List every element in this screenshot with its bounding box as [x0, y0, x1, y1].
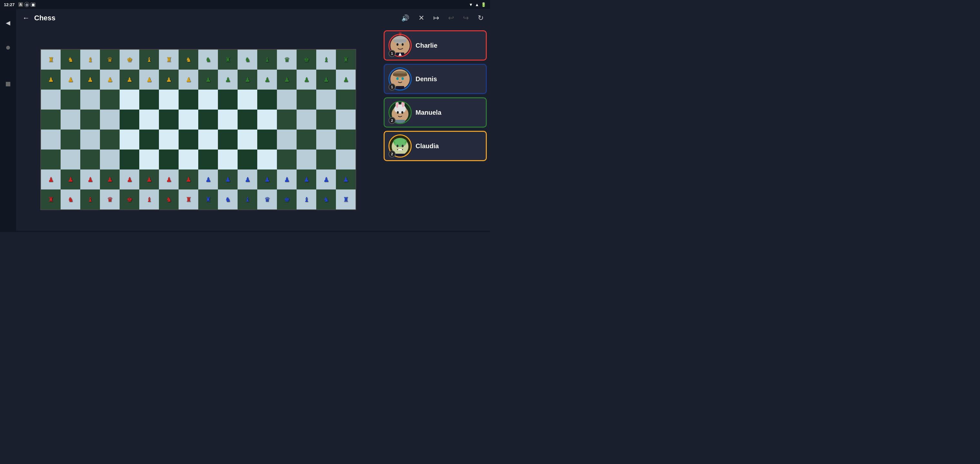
- chess-cell-4-11[interactable]: [257, 130, 277, 149]
- player-card-claudia[interactable]: 2 Claudia: [383, 131, 487, 161]
- chess-cell-0-13[interactable]: ♚: [297, 49, 316, 70]
- chess-cell-1-3[interactable]: ♟: [100, 70, 119, 90]
- chess-cell-1-7[interactable]: ♟: [178, 70, 198, 90]
- exit-button[interactable]: ↦: [433, 14, 439, 22]
- chess-cell-4-7[interactable]: [178, 130, 198, 149]
- chess-cell-0-8[interactable]: ♞: [198, 49, 218, 70]
- chess-cell-0-0[interactable]: ♜: [41, 49, 60, 70]
- redo-button[interactable]: ↪: [463, 14, 469, 22]
- sound-button[interactable]: 🔊: [401, 14, 409, 22]
- chess-cell-3-8[interactable]: [198, 110, 218, 130]
- chess-cell-5-11[interactable]: [257, 149, 277, 170]
- chess-cell-5-2[interactable]: [80, 149, 100, 170]
- player-card-dennis[interactable]: 1 Dennis: [383, 64, 487, 94]
- chess-cell-5-0[interactable]: [41, 149, 60, 170]
- chess-cell-6-7[interactable]: ♟: [178, 170, 198, 189]
- chess-cell-4-14[interactable]: [316, 130, 336, 149]
- chess-cell-6-11[interactable]: ♟: [257, 170, 277, 189]
- chess-cell-6-1[interactable]: ♟: [60, 170, 80, 189]
- chess-cell-7-1[interactable]: ♞: [60, 189, 80, 210]
- undo-button[interactable]: ↩: [448, 14, 454, 22]
- chess-cell-7-14[interactable]: ♞: [316, 189, 336, 210]
- chess-cell-7-9[interactable]: ♞: [218, 189, 238, 210]
- chess-cell-2-8[interactable]: [198, 90, 218, 110]
- chess-cell-6-9[interactable]: ♟: [218, 170, 238, 189]
- chess-cell-1-15[interactable]: ♟: [336, 70, 356, 90]
- chess-cell-2-3[interactable]: [100, 90, 119, 110]
- chess-cell-4-3[interactable]: [100, 130, 119, 149]
- chess-cell-6-2[interactable]: ♟: [80, 170, 100, 189]
- chess-cell-4-9[interactable]: [218, 130, 238, 149]
- chess-cell-5-8[interactable]: [198, 149, 218, 170]
- chess-cell-2-4[interactable]: [119, 90, 139, 110]
- chess-cell-4-2[interactable]: [80, 130, 100, 149]
- chess-cell-3-2[interactable]: [80, 110, 100, 130]
- chess-cell-6-13[interactable]: ♟: [297, 170, 316, 189]
- chess-cell-7-8[interactable]: ♜: [198, 189, 218, 210]
- chess-cell-7-6[interactable]: ♞: [159, 189, 178, 210]
- chess-cell-0-1[interactable]: ♞: [60, 49, 80, 70]
- chess-cell-1-13[interactable]: ♟: [297, 70, 316, 90]
- chess-cell-0-11[interactable]: ♝: [257, 49, 277, 70]
- left-arrow-button[interactable]: ◀: [6, 19, 10, 26]
- chess-cell-5-5[interactable]: [139, 149, 159, 170]
- chess-cell-3-5[interactable]: [139, 110, 159, 130]
- chess-cell-0-9[interactable]: ♜: [218, 49, 238, 70]
- back-button[interactable]: ←: [22, 14, 30, 22]
- chess-cell-7-0[interactable]: ♜: [41, 189, 60, 210]
- chess-cell-7-4[interactable]: ♚: [119, 189, 139, 210]
- chess-cell-1-4[interactable]: ♟: [119, 70, 139, 90]
- chess-cell-2-9[interactable]: [218, 90, 238, 110]
- chess-cell-4-12[interactable]: [277, 130, 297, 149]
- chess-cell-4-0[interactable]: [41, 130, 60, 149]
- chess-cell-0-14[interactable]: ♝: [316, 49, 336, 70]
- chess-cell-1-5[interactable]: ♟: [139, 70, 159, 90]
- chess-cell-5-12[interactable]: [277, 149, 297, 170]
- chess-cell-2-1[interactable]: [60, 90, 80, 110]
- chess-cell-4-4[interactable]: [119, 130, 139, 149]
- chess-cell-2-2[interactable]: [80, 90, 100, 110]
- chess-cell-0-7[interactable]: ♞: [178, 49, 198, 70]
- chess-cell-3-4[interactable]: [119, 110, 139, 130]
- chess-cell-7-15[interactable]: ♜: [336, 189, 356, 210]
- chess-cell-5-6[interactable]: [159, 149, 178, 170]
- chess-cell-0-6[interactable]: ♜: [159, 49, 178, 70]
- chess-cell-4-1[interactable]: [60, 130, 80, 149]
- chess-cell-3-0[interactable]: [41, 110, 60, 130]
- chess-cell-1-2[interactable]: ♟: [80, 70, 100, 90]
- chess-cell-0-2[interactable]: ♝: [80, 49, 100, 70]
- chess-cell-1-1[interactable]: ♟: [60, 70, 80, 90]
- chess-cell-6-8[interactable]: ♟: [198, 170, 218, 189]
- chess-cell-3-15[interactable]: [336, 110, 356, 130]
- chess-cell-5-14[interactable]: [316, 149, 336, 170]
- chess-cell-0-10[interactable]: ♞: [238, 49, 257, 70]
- chess-cell-6-15[interactable]: ♟: [336, 170, 356, 189]
- chess-cell-0-5[interactable]: ♝: [139, 49, 159, 70]
- chess-cell-5-15[interactable]: [336, 149, 356, 170]
- chess-cell-3-3[interactable]: [100, 110, 119, 130]
- chess-cell-6-5[interactable]: ♟: [139, 170, 159, 189]
- chess-cell-2-11[interactable]: [257, 90, 277, 110]
- chess-cell-5-13[interactable]: [297, 149, 316, 170]
- chess-cell-6-10[interactable]: ♟: [238, 170, 257, 189]
- refresh-button[interactable]: ↻: [478, 14, 484, 22]
- chess-cell-5-7[interactable]: [178, 149, 198, 170]
- chess-cell-5-1[interactable]: [60, 149, 80, 170]
- chess-cell-2-6[interactable]: [159, 90, 178, 110]
- chess-cell-7-3[interactable]: ♛: [100, 189, 119, 210]
- chess-cell-3-6[interactable]: [159, 110, 178, 130]
- chess-cell-7-13[interactable]: ♝: [297, 189, 316, 210]
- chess-cell-3-12[interactable]: [277, 110, 297, 130]
- chess-cell-1-0[interactable]: ♟: [41, 70, 60, 90]
- chess-cell-6-0[interactable]: ♟: [41, 170, 60, 189]
- chess-cell-3-7[interactable]: [178, 110, 198, 130]
- chess-cell-4-15[interactable]: [336, 130, 356, 149]
- chess-cell-7-11[interactable]: ♛: [257, 189, 277, 210]
- chess-cell-5-9[interactable]: [218, 149, 238, 170]
- chess-cell-3-10[interactable]: [238, 110, 257, 130]
- close-button[interactable]: ✕: [418, 14, 424, 22]
- chess-cell-7-5[interactable]: ♝: [139, 189, 159, 210]
- chess-cell-6-6[interactable]: ♟: [159, 170, 178, 189]
- chess-cell-5-10[interactable]: [238, 149, 257, 170]
- chess-cell-7-10[interactable]: ♝: [238, 189, 257, 210]
